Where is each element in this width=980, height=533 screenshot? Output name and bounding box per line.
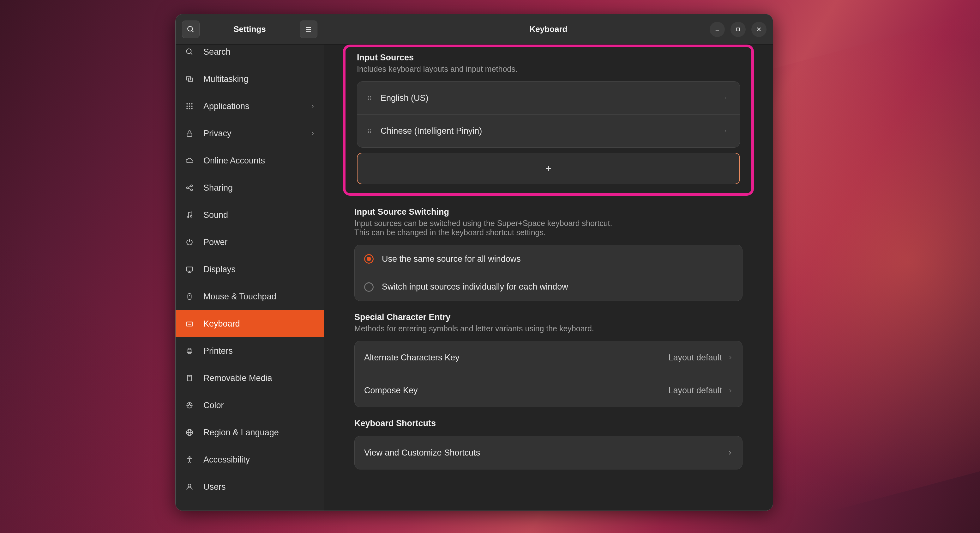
radio-button[interactable] [364,282,374,292]
sidebar-item-printers[interactable]: Printers [176,337,324,364]
chevron-right-icon [728,354,733,361]
svg-point-63 [368,129,369,130]
special-char-row[interactable]: Compose Key Layout default [355,374,742,407]
special-char-row[interactable]: Alternate Characters Key Layout default [355,341,742,374]
sidebar-item-label: Privacy [204,129,302,139]
svg-point-16 [186,105,188,107]
svg-point-59 [370,99,371,100]
sidebar-item-label: Accessibility [204,455,315,465]
svg-point-28 [187,216,189,218]
radio-button[interactable] [364,254,374,264]
share-icon [185,183,194,193]
more-options-button[interactable] [721,124,730,139]
svg-point-17 [189,105,190,107]
svg-line-26 [188,186,191,187]
sidebar-item-label: Mouse & Touchpad [204,292,315,302]
svg-point-29 [191,215,192,217]
power-icon [185,237,194,247]
sidebar-item-color[interactable]: Color [176,392,324,419]
cloud-icon [185,156,194,166]
svg-point-71 [725,131,726,132]
special-char-title: Special Character Entry [354,312,743,322]
color-icon [185,400,194,410]
special-char-desc: Methods for entering symbols and letter … [354,324,743,333]
input-source-label: English (US) [380,93,713,103]
svg-point-53 [188,484,191,487]
sidebar-item-privacy[interactable]: Privacy [176,120,324,147]
search-button[interactable] [182,21,200,38]
sidebar-item-region[interactable]: Region & Language [176,419,324,446]
keyboard-shortcuts-section: Keyboard Shortcuts View and Customize Sh… [343,418,754,469]
sidebar-item-label: Multitasking [204,74,315,84]
svg-rect-6 [737,28,739,31]
minimize-button[interactable] [710,22,725,37]
input-sources-list: English (US) Chinese (Intelligent Pinyin… [357,81,740,148]
svg-point-54 [368,96,369,97]
svg-point-65 [368,131,369,131]
svg-point-48 [188,405,189,405]
window-body: Notifications Search Multitasking Applic… [176,45,773,511]
sidebar-item-label: Region & Language [204,428,315,437]
sidebar-item-accessibility[interactable]: Accessibility [176,446,324,473]
more-options-button[interactable] [721,91,730,105]
drag-handle-icon[interactable] [367,127,372,135]
maximize-button[interactable] [730,22,746,37]
sidebar-item-power[interactable]: Power [176,228,324,256]
special-char-label: Alternate Characters Key [364,353,660,362]
titlebar-right: Keyboard [324,14,773,44]
sidebar-item-sharing[interactable]: Sharing [176,174,324,201]
svg-rect-43 [188,375,192,381]
svg-point-21 [191,108,192,109]
keyboard-icon [185,319,194,329]
chevron-right-icon [310,103,315,110]
switching-option-row[interactable]: Use the same source for all windows [355,245,742,273]
drag-handle-icon[interactable] [367,94,372,102]
switching-option-row[interactable]: Switch input sources individually for ea… [355,273,742,301]
svg-rect-41 [188,348,191,349]
svg-rect-22 [187,133,192,137]
input-sources-title: Input Sources [357,53,740,62]
svg-point-47 [191,405,191,405]
multitask-icon [185,74,194,84]
sidebar-item-users[interactable]: Users [176,473,324,500]
sidebar-item-displays[interactable]: Displays [176,256,324,283]
special-char-value: Layout default [668,353,733,362]
keyboard-shortcuts-title: Keyboard Shortcuts [354,418,743,428]
svg-point-0 [188,26,192,31]
sidebar-item-removable[interactable]: Removable Media [176,364,324,392]
note-icon [185,210,194,220]
svg-line-27 [188,188,191,189]
svg-point-57 [370,98,371,99]
switching-option-label: Use the same source for all windows [382,254,733,264]
sidebar-item-multitasking[interactable]: Multitasking [176,65,324,93]
sidebar-item-applications[interactable]: Applications [176,93,324,120]
view-shortcuts-row[interactable]: View and Customize Shortcuts [355,436,742,469]
sidebar-item-label: Color [204,401,315,410]
sidebar-item-online-accounts[interactable]: Online Accounts [176,147,324,174]
add-input-source-button[interactable]: + [357,153,740,184]
svg-rect-33 [188,294,191,300]
sidebar-item-mouse[interactable]: Mouse & Touchpad [176,283,324,310]
access-icon [185,455,194,465]
menu-button[interactable] [300,21,317,38]
chevron-right-icon [728,387,733,394]
view-shortcuts-label: View and Customize Shortcuts [364,448,719,458]
sidebar-item-label: Search [204,47,315,57]
input-source-row[interactable]: English (US) [357,81,740,115]
printer-icon [185,346,194,356]
sidebar-item-search[interactable]: Search [176,45,324,65]
lock-icon [185,128,194,139]
input-switching-section: Input Source Switching Input sources can… [343,207,754,301]
input-source-row[interactable]: Chinese (Intelligent Pinyin) [357,115,740,147]
input-switching-desc: Input sources can be switched using the … [354,219,743,237]
svg-rect-30 [186,267,192,271]
sidebar-item-keyboard[interactable]: Keyboard [176,310,324,337]
sidebar-item-label: Displays [204,265,315,274]
user-icon [185,482,194,492]
sidebar-item-sound[interactable]: Sound [176,201,324,228]
close-button[interactable] [751,22,767,37]
globe-icon [185,428,194,437]
sidebar-item-label: Users [204,482,315,492]
sidebar-item-label: Online Accounts [204,156,315,166]
svg-point-64 [370,129,371,130]
